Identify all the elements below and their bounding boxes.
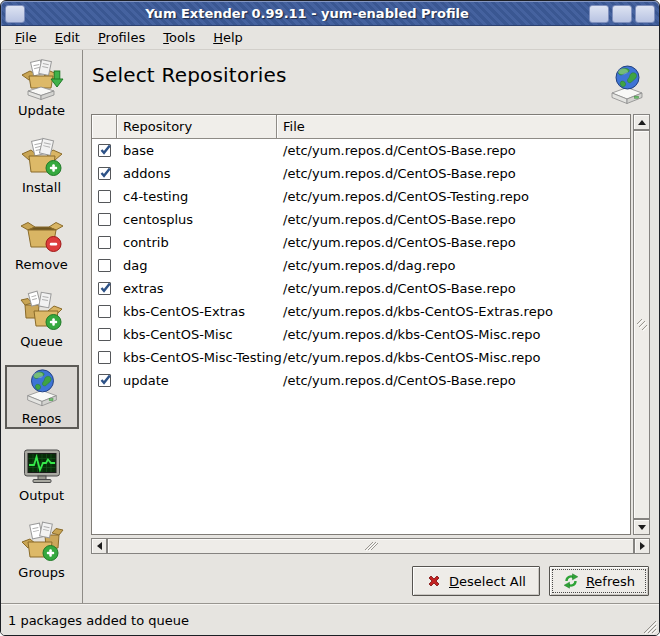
table-row-update[interactable]: update /etc/yum.repos.d/CentOS-Base.repo <box>92 369 630 392</box>
table-row-contrib[interactable]: contrib /etc/yum.repos.d/CentOS-Base.rep… <box>92 231 630 254</box>
sidebar-item-update[interactable]: Update <box>5 57 79 121</box>
table-header-row: Repository File <box>92 115 630 139</box>
sidebar-item-label: Update <box>18 103 65 119</box>
statusbar: 1 packages added to queue <box>1 603 659 636</box>
repo-checkbox[interactable] <box>98 190 111 203</box>
repo-name: kbs-CentOS-Misc <box>117 327 277 342</box>
table-row-kbs-centos-misc[interactable]: kbs-CentOS-Misc /etc/yum.repos.d/kbs-Cen… <box>92 323 630 346</box>
column-header-checkbox[interactable] <box>92 115 117 139</box>
repo-name: centosplus <box>117 212 277 227</box>
table-row-base[interactable]: base /etc/yum.repos.d/CentOS-Base.repo <box>92 139 630 162</box>
repo-file: /etc/yum.repos.d/CentOS-Base.repo <box>277 166 630 181</box>
repo-file: /etc/yum.repos.d/CentOS-Testing.repo <box>277 189 630 204</box>
sidebar-item-queue[interactable]: Queue <box>5 288 79 352</box>
sidebar-item-label: Output <box>19 488 64 504</box>
repo-checkbox[interactable] <box>98 351 111 364</box>
repo-name: base <box>117 143 277 158</box>
maximize-button[interactable] <box>612 5 632 23</box>
horizontal-scrollbar-thumb[interactable] <box>107 538 634 554</box>
arrow-down-icon <box>638 525 646 530</box>
repository-table: Repository File ba <box>91 114 631 535</box>
menubar: File Edit Profiles Tools Help <box>1 26 659 50</box>
table-row-c4-testing[interactable]: c4-testing /etc/yum.repos.d/CentOS-Testi… <box>92 185 630 208</box>
menu-tools[interactable]: Tools <box>154 27 204 48</box>
box-install-icon <box>20 136 64 180</box>
repo-name: dag <box>117 258 277 273</box>
repo-file: /etc/yum.repos.d/CentOS-Base.repo <box>277 235 630 250</box>
table-row-dag[interactable]: dag /etc/yum.repos.d/dag.repo <box>92 254 630 277</box>
box-update-icon <box>20 59 64 103</box>
minimize-button[interactable] <box>589 5 609 23</box>
refresh-button[interactable]: Refresh <box>549 566 649 596</box>
sidebar-item-label: Remove <box>15 257 68 273</box>
table-row-centosplus[interactable]: centosplus /etc/yum.repos.d/CentOS-Base.… <box>92 208 630 231</box>
repo-file: /etc/yum.repos.d/CentOS-Base.repo <box>277 212 630 227</box>
repo-checkbox[interactable] <box>98 305 111 318</box>
repo-name: addons <box>117 166 277 181</box>
window-title: Yum Extender 0.99.11 - yum-enabled Profi… <box>28 6 586 21</box>
repo-name: contrib <box>117 235 277 250</box>
status-text: 1 packages added to queue <box>8 613 189 628</box>
sidebar-item-repos[interactable]: Repos <box>5 365 79 429</box>
scroll-up-button[interactable] <box>633 114 650 130</box>
column-header-file[interactable]: File <box>277 115 630 139</box>
vertical-scrollbar-thumb[interactable] <box>633 130 650 519</box>
repo-name: update <box>117 373 277 388</box>
titlebar[interactable]: Yum Extender 0.99.11 - yum-enabled Profi… <box>1 1 659 26</box>
menu-help[interactable]: Help <box>204 27 252 48</box>
sidebar-item-groups[interactable]: Groups <box>5 519 79 583</box>
repo-file: /etc/yum.repos.d/kbs-CentOS-Extras.repo <box>277 304 630 319</box>
table-row-addons[interactable]: addons /etc/yum.repos.d/CentOS-Base.repo <box>92 162 630 185</box>
boxes-groups-icon <box>20 521 64 565</box>
repo-checkbox[interactable] <box>98 374 111 387</box>
repo-checkbox[interactable] <box>98 167 111 180</box>
column-header-repository[interactable]: Repository <box>117 115 277 139</box>
horizontal-scrollbar <box>91 538 650 554</box>
repo-file: /etc/yum.repos.d/dag.repo <box>277 258 630 273</box>
repo-file: /etc/yum.repos.d/kbs-CentOS-Misc.repo <box>277 350 630 365</box>
box-remove-icon <box>20 213 64 257</box>
menu-profiles[interactable]: Profiles <box>89 27 154 48</box>
repo-checkbox[interactable] <box>98 282 111 295</box>
sidebar-item-label: Repos <box>22 411 61 427</box>
menu-file[interactable]: File <box>6 27 46 48</box>
repo-checkbox[interactable] <box>98 144 111 157</box>
deselect-all-button[interactable]: Deselect All <box>412 566 540 596</box>
sidebar-item-install[interactable]: Install <box>5 134 79 198</box>
repo-checkbox[interactable] <box>98 259 111 272</box>
resize-grip[interactable] <box>642 619 657 634</box>
page-title: Select Repositories <box>92 63 287 87</box>
repo-name: kbs-CentOS-Extras <box>117 304 277 319</box>
table-row-kbs-centos-misc-testing[interactable]: kbs-CentOS-Misc-Testing /etc/yum.repos.d… <box>92 346 630 369</box>
repo-name: c4-testing <box>117 189 277 204</box>
menu-edit[interactable]: Edit <box>46 27 89 48</box>
repo-checkbox[interactable] <box>98 213 111 226</box>
globe-drive-icon <box>605 63 649 109</box>
scroll-left-button[interactable] <box>91 538 107 554</box>
app-window: Yum Extender 0.99.11 - yum-enabled Profi… <box>0 0 660 636</box>
repo-checkbox[interactable] <box>98 236 111 249</box>
close-button[interactable] <box>635 5 655 23</box>
vertical-scrollbar <box>633 114 650 535</box>
sidebar-item-label: Queue <box>20 334 63 350</box>
globe-drive-icon <box>20 367 64 411</box>
sidebar-item-output[interactable]: Output <box>5 442 79 506</box>
repo-name: kbs-CentOS-Misc-Testing <box>117 350 277 365</box>
sidebar-item-label: Install <box>22 180 61 196</box>
repo-file: /etc/yum.repos.d/CentOS-Base.repo <box>277 143 630 158</box>
table-row-kbs-centos-extras[interactable]: kbs-CentOS-Extras /etc/yum.repos.d/kbs-C… <box>92 300 630 323</box>
scroll-right-button[interactable] <box>634 538 650 554</box>
table-row-extras[interactable]: extras /etc/yum.repos.d/CentOS-Base.repo <box>92 277 630 300</box>
scroll-down-button[interactable] <box>633 519 650 535</box>
refresh-arrows-icon <box>563 573 579 589</box>
sidebar-item-label: Groups <box>18 565 64 581</box>
repo-file: /etc/yum.repos.d/CentOS-Base.repo <box>277 281 630 296</box>
repo-checkbox[interactable] <box>98 328 111 341</box>
sidebar-item-remove[interactable]: Remove <box>5 211 79 275</box>
thumb-grip-icon <box>364 540 378 552</box>
arrow-up-icon <box>638 120 646 125</box>
thumb-grip-icon <box>636 318 648 332</box>
window-menu-button[interactable] <box>5 5 25 23</box>
arrow-left-icon <box>97 542 102 550</box>
monitor-output-icon <box>20 444 64 488</box>
